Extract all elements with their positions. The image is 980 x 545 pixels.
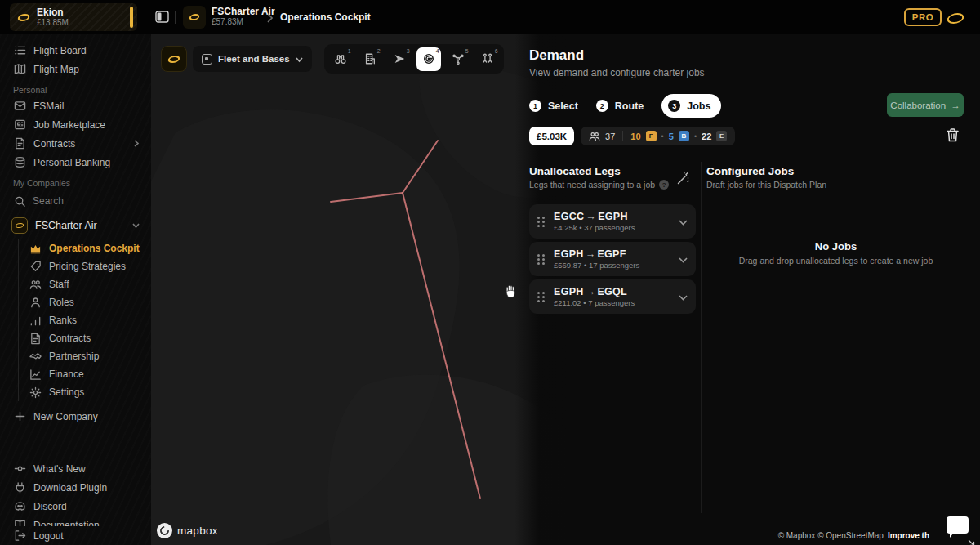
layers-icon (202, 54, 212, 65)
demand-panel: Demand View demand and configure charter… (514, 34, 980, 545)
economy-class-badge: E (716, 131, 727, 141)
tool-assignments-button[interactable]: 6 (475, 47, 500, 71)
improve-map-link[interactable]: Improve th (888, 531, 929, 540)
sidebar-item-pricing-strategies[interactable]: Pricing Strategies (19, 257, 151, 275)
sidebar-item-flight-board[interactable]: Flight Board (0, 41, 151, 60)
new-company-button[interactable]: New Company (0, 407, 151, 426)
flight-map-icon (14, 63, 26, 75)
no-jobs-empty-state: No Jobs Drag and drop unallocated legs t… (706, 240, 965, 266)
breadcrumb-page-title: Operations Cockpit (280, 11, 371, 23)
expand-chevron-icon[interactable] (679, 289, 688, 304)
contract-icon (14, 137, 26, 150)
trash-icon (946, 127, 960, 143)
sidebar-item-contracts-company[interactable]: Contracts (19, 329, 151, 347)
column-divider (701, 162, 702, 513)
network-icon (452, 52, 465, 65)
user-name: Ekion (37, 7, 69, 18)
auto-assign-wand-button[interactable] (676, 172, 690, 185)
passenger-total: 37 (605, 132, 615, 141)
plus-icon (14, 410, 26, 422)
top-bar: Ekion £13.85M FSCharter Air £57.83M Oper… (0, 0, 980, 34)
handshake-icon (29, 351, 42, 363)
sidebar-item-discord[interactable]: Discord (0, 497, 151, 516)
tool-explore-button[interactable]: 1 (328, 47, 353, 71)
tool-network-button[interactable]: 5 (446, 47, 470, 71)
sidebar-item-staff[interactable]: Staff (19, 275, 151, 293)
sidebar-toggle-icon[interactable] (155, 11, 169, 23)
company-search[interactable] (0, 191, 151, 211)
brand-logo-icon (945, 13, 965, 24)
resize-handle-icon[interactable] (968, 535, 975, 543)
sidebar-item-contracts-personal[interactable]: Contracts (0, 134, 151, 153)
step-jobs[interactable]: 3 Jobs (662, 94, 721, 118)
layers-dropdown[interactable]: Fleet and Bases (193, 46, 312, 72)
building-icon (363, 52, 376, 65)
sidebar-item-documentation[interactable]: Documentation (0, 516, 151, 526)
leg-card-egcc-egph[interactable]: EGCC→EGPH £4.25k • 37 passengers (529, 204, 696, 239)
sidebar-item-fsmail[interactable]: FSMail (0, 96, 151, 115)
step-select[interactable]: 1 Select (529, 100, 578, 112)
contract-icon (29, 333, 42, 345)
ranks-icon (29, 315, 42, 327)
step-route[interactable]: 2 Route (596, 100, 644, 112)
leg-card-egph-egql[interactable]: EGPH→EGQL £211.02 • 7 passengers (529, 279, 696, 314)
total-revenue-pill: £5.03K (529, 127, 574, 145)
coins-icon (14, 156, 26, 168)
company-switcher[interactable]: FSCharter Air £57.83M (212, 7, 275, 27)
finance-chart-icon (29, 369, 42, 381)
whats-new-icon (14, 462, 26, 475)
tool-demand-button[interactable]: 4 (416, 47, 441, 71)
company-logo[interactable] (183, 6, 206, 29)
business-count: 5 (669, 132, 674, 141)
passenger-stats-pill: 37 10 F • 5 B • 22 E (581, 127, 735, 145)
expand-chevron-icon[interactable] (679, 252, 688, 266)
sidebar-item-whats-new[interactable]: What's New (0, 459, 151, 478)
sidebar-item-roles[interactable]: Roles (19, 293, 151, 311)
drag-handle-icon[interactable] (537, 254, 545, 265)
help-icon[interactable]: ? (659, 180, 669, 190)
economy-count: 22 (702, 132, 711, 141)
map-logo-button[interactable] (161, 46, 187, 72)
chevron-right-icon (132, 138, 140, 150)
expand-chevron-icon[interactable] (679, 214, 688, 229)
leg-detail: £569.87 • 17 passengers (554, 261, 639, 270)
sidebar-company-fscharter-air[interactable]: FSCharter Air (0, 214, 151, 237)
drag-handle-icon[interactable] (537, 292, 545, 302)
search-input[interactable] (33, 195, 131, 207)
tool-flights-button[interactable]: 3 (387, 47, 412, 71)
discord-icon (14, 500, 26, 512)
unallocated-legs-list: EGCC→EGPH £4.25k • 37 passengers EGPH→EG… (529, 204, 696, 317)
sidebar-item-operations-cockpit[interactable]: Operations Cockpit (19, 239, 151, 257)
map-tool-group: 1 2 3 4 5 6 (324, 44, 504, 74)
sidebar: Flight Board Flight Map Personal FSMail … (0, 34, 151, 545)
panel-subtitle: View demand and configure charter jobs (529, 67, 705, 78)
collaboration-button[interactable]: Collaboration → (887, 93, 964, 117)
sidebar-item-personal-banking[interactable]: Personal Banking (0, 153, 151, 172)
feedback-bubble-icon[interactable] (947, 516, 969, 534)
leg-card-egph-egpf[interactable]: EGPH→EGPF £569.87 • 17 passengers (529, 242, 696, 276)
tool-bases-button[interactable]: 2 (358, 47, 382, 71)
delete-plan-button[interactable] (946, 127, 960, 143)
user-balance: £13.85M (37, 18, 69, 28)
drag-handle-icon[interactable] (537, 217, 545, 227)
gear-icon (29, 386, 42, 399)
unallocated-legs-header: Unallocated Legs Legs that need assignin… (529, 165, 669, 190)
mail-icon (14, 100, 26, 112)
sidebar-item-settings[interactable]: Settings (19, 383, 151, 401)
sidebar-section-my-companies: My Companies (0, 172, 151, 190)
sidebar-item-finance[interactable]: Finance (19, 365, 151, 383)
sidebar-item-logout[interactable]: Logout (0, 526, 151, 545)
flight-board-icon (14, 44, 26, 56)
route-arrow: → (584, 211, 598, 222)
mapbox-logo[interactable]: mapbox (157, 523, 218, 538)
pro-badge[interactable]: PRO (904, 8, 942, 26)
company-logo-icon (188, 14, 200, 20)
sidebar-item-job-marketplace[interactable]: Job Marketplace (0, 115, 151, 134)
sidebar-item-download-plugin[interactable]: Download Plugin (0, 478, 151, 497)
sidebar-item-ranks[interactable]: Ranks (19, 311, 151, 329)
breadcrumb-chevron-icon (267, 11, 273, 26)
sidebar-item-flight-map[interactable]: Flight Map (0, 60, 151, 78)
user-account-card[interactable]: Ekion £13.85M (10, 3, 137, 31)
chevron-down-icon (296, 51, 303, 66)
sidebar-item-partnership[interactable]: Partnership (19, 347, 151, 365)
